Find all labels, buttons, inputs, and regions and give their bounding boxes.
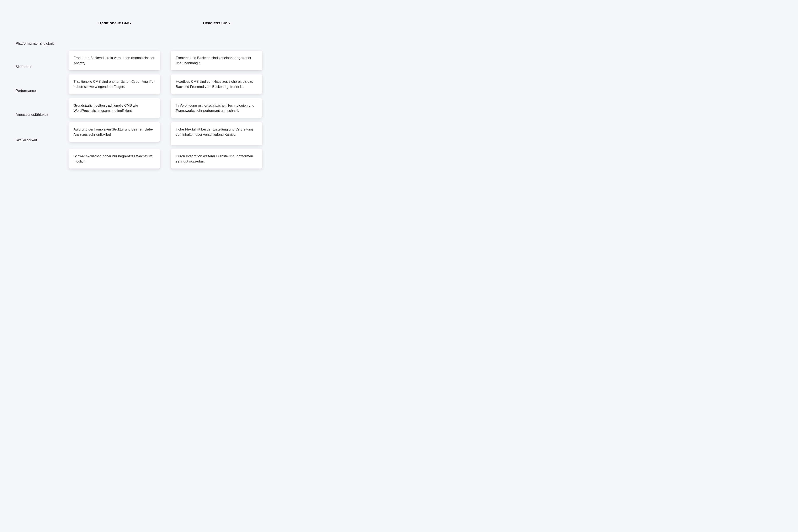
card-headless-security: Headless CMS sind von Haus aus sicherer,… — [171, 74, 262, 94]
comparison-table: Traditionelle CMS Headless CMS Plattform… — [0, 0, 266, 177]
card-traditional-performance: Grundsätzlich gelten traditionelle CMS w… — [69, 98, 160, 118]
row-label-adaptability: Anpassungsfähigkeit — [16, 113, 61, 117]
column-header-traditional: Traditionelle CMS — [69, 21, 160, 25]
card-headless-scalability: Durch Integration weiterer Dienste und P… — [171, 149, 262, 169]
card-headless-adaptability: Hohe Flexibilität bei der Erstellung und… — [171, 122, 262, 145]
row-label-scalability: Skalierbarkeit — [16, 138, 61, 142]
card-headless-performance: In Verbindung mit fortschrittlichen Tech… — [171, 98, 262, 118]
row-label-platform: Plattformunabhängigkeit — [16, 42, 61, 46]
column-header-headless: Headless CMS — [171, 21, 262, 25]
row-label-performance: Performance — [16, 89, 61, 93]
row-label-security: Sicherheit — [16, 65, 61, 69]
card-traditional-security: Traditionelle CMS sind eher unsicher. Cy… — [69, 74, 160, 94]
card-traditional-scalability: Schwer skalierbar, daher nur begrenztes … — [69, 149, 160, 169]
card-headless-platform: Frontend und Backend sind voneinander ge… — [171, 51, 262, 70]
card-traditional-adaptability: Aufgrund der komplexen Struktur und des … — [69, 122, 160, 142]
card-traditional-platform: Front- und Backend direkt verbunden (mon… — [69, 51, 160, 70]
